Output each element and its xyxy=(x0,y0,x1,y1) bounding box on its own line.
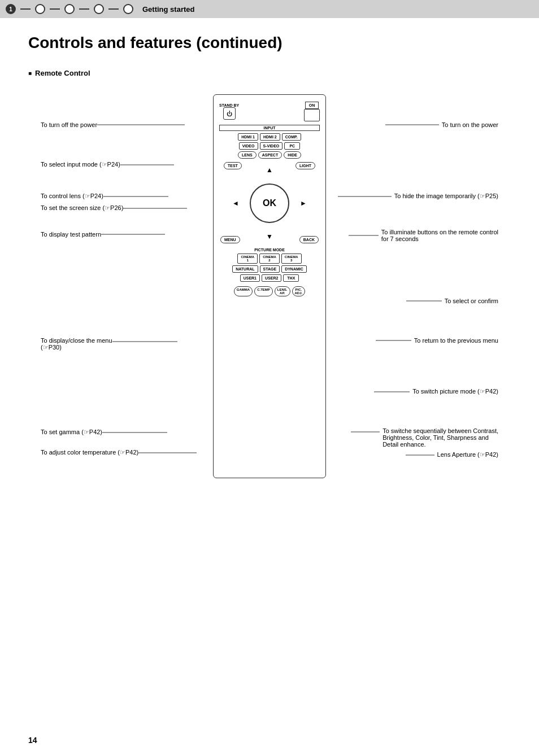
svideo-button[interactable]: S-VIDEO xyxy=(260,142,283,150)
annotation-screen-size: To set the screen size (☞P26) xyxy=(41,204,123,212)
lens-button[interactable]: LENS xyxy=(238,151,257,159)
power-icon[interactable]: ⏻ xyxy=(223,107,236,120)
ok-area: ▲ OK ▼ ◄ ► xyxy=(219,175,320,231)
step-2 xyxy=(35,4,45,14)
video-button[interactable]: VIDEO xyxy=(239,142,258,150)
hdmi1-button[interactable]: HDMI 1 xyxy=(238,133,258,141)
annotation-set-gamma: To set gamma (☞P42) xyxy=(41,429,102,436)
annotation-control-lens: To control lens (☞P24) xyxy=(41,193,103,200)
gamma-button[interactable]: GAMMA xyxy=(234,286,253,296)
step-3 xyxy=(64,4,75,14)
bottom-btn-row: GAMMA C.TEMP LENS.AP. PIC.ADJ. xyxy=(219,286,320,296)
dynamic-button[interactable]: DYNAMIC xyxy=(281,265,307,273)
annotation-lens-aperture: Lens Aperture (☞P42) xyxy=(437,451,498,458)
top-bar: 1 Getting started xyxy=(0,0,539,18)
hide-button[interactable]: HIDE xyxy=(284,151,301,159)
step-dash-4 xyxy=(108,8,119,10)
step-dash-1 xyxy=(20,8,31,10)
annotation-select-input: To select input mode (☞P24) xyxy=(41,161,120,168)
menu-button[interactable]: MENU xyxy=(220,236,240,243)
user1-button[interactable]: USER1 xyxy=(240,274,260,282)
stage-button[interactable]: STAGE xyxy=(260,265,280,273)
annotation-illuminate: To illuminate buttons on the remote cont… xyxy=(381,229,498,242)
picture-mode-row3: USER1 USER2 THX xyxy=(219,274,320,282)
arrow-up-icon[interactable]: ▲ xyxy=(266,166,273,174)
step-dash-3 xyxy=(79,8,89,10)
annotation-switche-seq: To switche sequentially between Contrast… xyxy=(382,427,498,448)
diagram-area: STAND BY ⏻ ON INPUT HDMI 1 HDMI 2 COMP. … xyxy=(28,89,511,597)
hdmi2-button[interactable]: HDMI 2 xyxy=(260,133,280,141)
annotation-turn-off: To turn off the power xyxy=(41,121,97,128)
cinema2-button[interactable]: CINEMA2 xyxy=(259,254,280,264)
comp-button[interactable]: COMP. xyxy=(282,133,301,141)
pic-adj-button[interactable]: PIC.ADJ. xyxy=(292,286,306,296)
page-number: 14 xyxy=(28,736,37,745)
arrow-left-icon[interactable]: ◄ xyxy=(232,199,239,207)
step-dash-2 xyxy=(50,8,60,10)
ctemp-button[interactable]: C.TEMP xyxy=(254,286,273,296)
annotation-adjust-color: To adjust color temperature (☞P42) xyxy=(41,449,138,456)
aspect-button[interactable]: ASPECT xyxy=(258,151,282,159)
picture-mode-label: PICTURE MODE xyxy=(219,248,320,252)
input-row1: HDMI 1 HDMI 2 COMP. xyxy=(219,133,320,141)
on-label: ON xyxy=(305,102,319,109)
annotation-display-menu: To display/close the menu (☞P30) xyxy=(41,337,112,351)
lah-row: LENS ASPECT HIDE xyxy=(219,151,320,159)
step-5 xyxy=(123,4,133,14)
cinema3-button[interactable]: CINEMA3 xyxy=(281,254,302,264)
annotation-turn-on: To turn on the power xyxy=(442,121,498,128)
pc-button[interactable]: PC xyxy=(284,142,300,150)
standby-on-row: STAND BY ⏻ ON xyxy=(219,102,320,121)
ok-button[interactable]: OK xyxy=(250,183,289,223)
remote-control-box: STAND BY ⏻ ON INPUT HDMI 1 HDMI 2 COMP. … xyxy=(213,94,326,478)
standby-label: STAND BY xyxy=(219,103,239,107)
top-bar-title: Getting started xyxy=(142,5,194,14)
annotation-display-test: To display test pattern xyxy=(41,231,101,238)
user2-button[interactable]: USER2 xyxy=(262,274,281,282)
step-4 xyxy=(94,4,104,14)
annotation-switch-picture: To switch picture mode (☞P42) xyxy=(412,388,498,395)
picture-mode-row2: NATURAL STAGE DYNAMIC xyxy=(219,265,320,273)
thx-button[interactable]: THX xyxy=(283,274,299,282)
light-button[interactable]: LIGHT xyxy=(295,162,315,169)
annotation-hide-image: To hide the image temporarily (☞P25) xyxy=(394,193,498,200)
arrow-down-icon[interactable]: ▼ xyxy=(266,233,273,241)
on-button[interactable] xyxy=(304,109,320,121)
section-title: Remote Control xyxy=(28,69,511,77)
input-row2: VIDEO S-VIDEO PC xyxy=(219,142,320,150)
cinema1-button[interactable]: CINEMA1 xyxy=(237,254,258,264)
back-button[interactable]: BACK xyxy=(299,236,319,243)
arrow-right-icon[interactable]: ► xyxy=(300,199,307,207)
annotation-select-confirm: To select or confirm xyxy=(445,298,498,304)
natural-button[interactable]: NATURAL xyxy=(232,265,258,273)
lens-ap-button[interactable]: LENS.AP. xyxy=(275,286,290,296)
input-label: INPUT xyxy=(219,125,320,131)
cinema-row: CINEMA1 CINEMA2 CINEMA3 xyxy=(219,254,320,264)
page-content: Controls and features (continued) Remote… xyxy=(0,18,539,619)
page-title: Controls and features (continued) xyxy=(28,34,511,52)
annotation-return-menu: To return to the previous menu xyxy=(414,337,498,344)
step-1: 1 xyxy=(6,4,16,14)
test-button[interactable]: TEST xyxy=(224,162,242,169)
